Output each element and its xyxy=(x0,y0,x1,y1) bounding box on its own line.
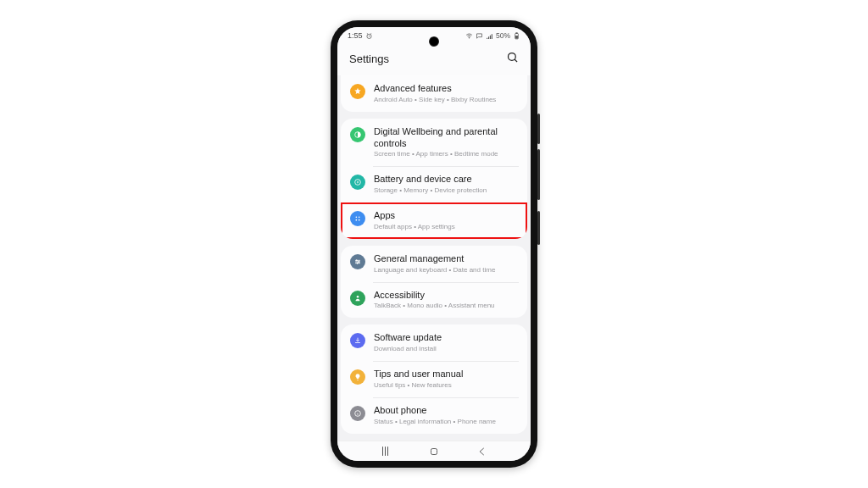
settings-group: Digital Wellbeing and parental controlsS… xyxy=(341,119,527,239)
settings-item-title: Digital Wellbeing and parental controls xyxy=(374,126,518,150)
settings-item-subtitle: Storage • Memory • Device protection xyxy=(374,186,487,195)
svg-point-15 xyxy=(357,296,359,298)
bulb-icon xyxy=(350,369,365,385)
settings-item-title: About phone xyxy=(374,405,496,417)
settings-item-texts: Tips and user manualUseful tips • New fe… xyxy=(374,369,463,390)
person-icon xyxy=(350,291,365,306)
settings-item-subtitle: Screen time • App timers • Bedtime mode xyxy=(374,150,518,158)
svg-point-12 xyxy=(356,259,357,260)
settings-item-title: Advanced features xyxy=(374,83,496,95)
camera-notch xyxy=(430,37,438,46)
settings-group: General managementLanguage and keyboard … xyxy=(341,246,527,319)
settings-item-digital-wellbeing[interactable]: Digital Wellbeing and parental controlsS… xyxy=(341,119,527,167)
search-button[interactable] xyxy=(506,51,519,67)
svg-point-13 xyxy=(359,261,359,262)
settings-item-texts: About phoneStatus • Legal information • … xyxy=(374,405,496,426)
svg-rect-17 xyxy=(431,448,437,454)
settings-item-title: Accessibility xyxy=(374,290,495,302)
settings-item-title: Tips and user manual xyxy=(374,369,463,380)
settings-item-general-management[interactable]: General managementLanguage and keyboard … xyxy=(341,246,527,282)
settings-item-texts: General managementLanguage and keyboard … xyxy=(374,253,495,274)
page-title: Settings xyxy=(349,53,389,65)
settings-item-texts: Battery and device careStorage • Memory … xyxy=(374,174,487,195)
settings-item-texts: AppsDefault apps • App settings xyxy=(374,210,455,231)
settings-group: Software updateDownload and installTips … xyxy=(341,324,527,433)
settings-header: Settings xyxy=(337,44,531,75)
settings-item-subtitle: Default apps • App settings xyxy=(374,223,455,231)
settings-item-advanced-features[interactable]: Advanced featuresAndroid Auto • Side key… xyxy=(341,75,527,112)
settings-item-title: Software update xyxy=(374,332,442,344)
svg-point-10 xyxy=(356,219,358,221)
settings-item-subtitle: TalkBack • Mono audio • Assistant menu xyxy=(374,302,495,310)
phone-frame: 1:55 50% Settings Advanced featuresAndro… xyxy=(331,20,537,468)
sliders-icon xyxy=(350,254,365,269)
svg-point-11 xyxy=(359,219,360,221)
settings-item-texts: Software updateDownload and install xyxy=(374,332,442,353)
settings-item-apps[interactable]: AppsDefault apps • App settings xyxy=(341,202,527,239)
settings-item-title: Battery and device care xyxy=(374,174,487,186)
settings-item-texts: AccessibilityTalkBack • Mono audio • Ass… xyxy=(374,290,495,311)
nav-back-button[interactable] xyxy=(476,446,488,458)
power-button[interactable] xyxy=(537,211,540,245)
settings-item-battery-care[interactable]: Battery and device careStorage • Memory … xyxy=(341,166,527,202)
wifi-icon xyxy=(465,32,473,40)
svg-point-1 xyxy=(469,37,470,38)
star-icon xyxy=(350,84,365,99)
settings-item-texts: Digital Wellbeing and parental controlsS… xyxy=(374,126,518,159)
svg-point-8 xyxy=(356,217,358,219)
volume-up-button[interactable] xyxy=(537,114,540,144)
nav-home-button[interactable] xyxy=(428,446,440,458)
signal-icon xyxy=(486,32,493,40)
info-icon xyxy=(350,406,365,421)
svg-point-5 xyxy=(509,53,516,61)
svg-rect-3 xyxy=(515,36,517,38)
settings-item-title: Apps xyxy=(374,210,455,222)
grid-icon xyxy=(350,211,365,226)
wellbeing-icon xyxy=(350,127,365,142)
nav-bar xyxy=(337,441,531,461)
svg-rect-4 xyxy=(516,32,518,33)
settings-item-subtitle: Language and keyboard • Date and time xyxy=(374,266,495,274)
battery-icon xyxy=(513,32,520,40)
settings-item-subtitle: Android Auto • Side key • Bixby Routines xyxy=(374,96,496,104)
settings-item-tips[interactable]: Tips and user manualUseful tips • New fe… xyxy=(341,361,527,397)
settings-group: Advanced featuresAndroid Auto • Side key… xyxy=(341,75,527,112)
settings-item-subtitle: Download and install xyxy=(374,345,442,353)
search-icon xyxy=(506,51,519,64)
svg-point-9 xyxy=(359,217,360,219)
phone-screen: 1:55 50% Settings Advanced featuresAndro… xyxy=(337,27,531,461)
svg-point-14 xyxy=(357,263,358,263)
settings-item-title: General management xyxy=(374,253,495,265)
status-time: 1:55 xyxy=(348,31,363,40)
settings-item-texts: Advanced featuresAndroid Auto • Side key… xyxy=(374,83,496,104)
settings-list[interactable]: Advanced featuresAndroid Auto • Side key… xyxy=(337,75,531,441)
settings-item-subtitle: Status • Legal information • Phone name xyxy=(374,418,496,426)
settings-item-about-phone[interactable]: About phoneStatus • Legal information • … xyxy=(341,397,527,434)
settings-item-accessibility[interactable]: AccessibilityTalkBack • Mono audio • Ass… xyxy=(341,282,527,319)
settings-item-subtitle: Useful tips • New features xyxy=(374,381,463,390)
volume-down-button[interactable] xyxy=(537,149,540,200)
battery-percent: 50% xyxy=(496,31,510,40)
download-icon xyxy=(350,333,365,348)
status-alarm-icon xyxy=(365,32,373,40)
nav-recents-button[interactable] xyxy=(380,446,392,458)
volte-icon xyxy=(476,32,483,40)
settings-item-software-update[interactable]: Software updateDownload and install xyxy=(341,324,527,361)
battery-icon xyxy=(350,175,365,190)
